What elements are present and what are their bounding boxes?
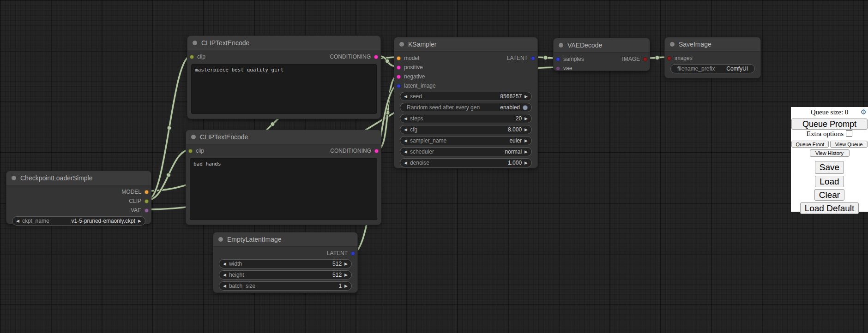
sampler-name-widget[interactable]: ◀sampler_nameeuler▶ xyxy=(400,136,532,145)
decrement-arrow-icon[interactable]: ◀ xyxy=(223,284,226,288)
height-widget[interactable]: ◀height512▶ xyxy=(219,270,352,279)
batch-size-widget[interactable]: ◀batch_size1▶ xyxy=(219,281,352,291)
vae-output-slot[interactable]: VAE xyxy=(131,207,149,214)
decrement-arrow-icon[interactable]: ◀ xyxy=(404,128,407,132)
clip-text-encode-positive-node[interactable]: CLIPTextEncodeclipCONDITIONINGmasterpiec… xyxy=(187,36,381,119)
latent-output-slot[interactable]: LATENT xyxy=(507,55,535,61)
node-title-bar[interactable]: SaveImage xyxy=(665,37,760,52)
model-output-dot[interactable] xyxy=(145,190,149,194)
decrement-arrow-icon[interactable]: ◀ xyxy=(404,161,407,165)
vae-output-dot[interactable] xyxy=(145,208,149,213)
view-history-button[interactable]: View History xyxy=(810,149,850,157)
settings-gear-icon[interactable]: ⚙ xyxy=(861,108,867,116)
clip-input-slot[interactable]: clip xyxy=(188,148,204,154)
random-seed-after-every-gen-widget[interactable]: Random seed after every genenabled xyxy=(400,103,532,112)
model-input-dot[interactable] xyxy=(397,56,401,60)
images-input-dot[interactable] xyxy=(667,56,671,60)
clip-text-encode-negative-node[interactable]: CLIPTextEncodeclipCONDITIONINGbad hands xyxy=(186,130,381,225)
scheduler-widget[interactable]: ◀schedulernormal▶ xyxy=(400,147,532,156)
increment-arrow-icon[interactable]: ▶ xyxy=(524,128,528,132)
prompt-textarea[interactable]: masterpiece best quality girl xyxy=(191,64,377,114)
positive-input-dot[interactable] xyxy=(397,65,401,70)
conditioning-output-slot[interactable]: CONDITIONING xyxy=(330,148,379,154)
extra-options-checkbox[interactable] xyxy=(846,130,852,137)
input-slot-label: positive xyxy=(404,64,423,71)
increment-arrow-icon[interactable]: ▶ xyxy=(524,150,528,154)
slot-row: samplesIMAGE xyxy=(554,54,650,64)
clip-output-slot[interactable]: CLIP xyxy=(129,198,149,204)
decrement-arrow-icon[interactable]: ◀ xyxy=(404,117,407,121)
load-button[interactable]: Load xyxy=(815,176,844,187)
increment-arrow-icon[interactable]: ▶ xyxy=(524,117,528,121)
negative-input-slot[interactable]: negative xyxy=(397,73,425,80)
image-output-slot[interactable]: IMAGE xyxy=(622,56,647,62)
increment-arrow-icon[interactable]: ▶ xyxy=(524,139,528,143)
clip-input-slot[interactable]: clip xyxy=(190,54,205,60)
images-input-slot[interactable]: images xyxy=(667,55,693,61)
vae-decode-node[interactable]: VAEDecodesamplesIMAGEvae xyxy=(553,38,650,71)
decrement-arrow-icon[interactable]: ◀ xyxy=(223,273,226,277)
latent-output-dot[interactable] xyxy=(531,56,535,60)
samples-input-slot[interactable]: samples xyxy=(556,56,584,62)
ckpt-name-widget[interactable]: ◀ckpt_namev1-5-pruned-emaonly.ckpt▶ xyxy=(12,216,145,226)
prompt-textarea[interactable]: bad hands xyxy=(190,158,377,220)
toggle-dot[interactable] xyxy=(523,105,528,110)
increment-arrow-icon[interactable]: ▶ xyxy=(344,273,348,277)
queue-prompt-button[interactable]: Queue Prompt xyxy=(791,119,868,130)
steps-widget[interactable]: ◀steps20▶ xyxy=(400,114,532,123)
latent-output-slot[interactable]: LATENT xyxy=(327,250,355,256)
node-title-bar[interactable]: KSampler xyxy=(394,37,537,52)
denoise-widget[interactable]: ◀denoise1.000▶ xyxy=(400,158,532,167)
increment-arrow-icon[interactable]: ▶ xyxy=(344,262,348,266)
width-widget[interactable]: ◀width512▶ xyxy=(219,259,352,268)
conditioning-output-dot[interactable] xyxy=(374,55,378,59)
seed-widget[interactable]: ◀seed8566257▶ xyxy=(400,92,532,101)
vae-input-dot[interactable] xyxy=(556,66,560,71)
clip-input-dot[interactable] xyxy=(188,149,193,153)
checkpoint-loader-node[interactable]: CheckpointLoaderSimpleMODELCLIPVAE◀ckpt_… xyxy=(6,171,151,224)
decrement-arrow-icon[interactable]: ◀ xyxy=(404,95,407,99)
filename-prefix-widget[interactable]: filename_prefixComfyUI xyxy=(670,64,755,73)
save-image-node[interactable]: SaveImageimagesfilename_prefixComfyUI xyxy=(664,37,761,78)
decrement-arrow-icon[interactable]: ◀ xyxy=(16,219,19,223)
increment-arrow-icon[interactable]: ▶ xyxy=(344,284,348,288)
node-title-label: EmptyLatentImage xyxy=(227,236,282,243)
increment-arrow-icon[interactable]: ▶ xyxy=(524,161,528,165)
slot-rows: samplesIMAGEvae xyxy=(554,53,650,73)
latent-image-input-slot[interactable]: latent_image xyxy=(397,83,436,89)
clip-input-dot[interactable] xyxy=(190,55,194,59)
node-title-bar[interactable]: CheckpointLoaderSimple xyxy=(6,171,151,185)
view-queue-button[interactable]: View Queue xyxy=(830,141,868,148)
node-title-bar[interactable]: CLIPTextEncode xyxy=(187,36,380,50)
decrement-arrow-icon[interactable]: ◀ xyxy=(223,262,226,266)
load-default-button[interactable]: Load Default xyxy=(800,202,859,214)
increment-arrow-icon[interactable]: ▶ xyxy=(524,95,528,99)
clear-button[interactable]: Clear xyxy=(814,189,844,201)
widget-label: filename_prefix xyxy=(677,65,715,72)
slot-row: MODEL xyxy=(6,187,151,196)
samples-input-dot[interactable] xyxy=(556,57,560,61)
queue-front-button[interactable]: Queue Front xyxy=(791,141,829,148)
increment-arrow-icon[interactable]: ▶ xyxy=(138,219,141,223)
image-output-dot[interactable] xyxy=(643,57,647,61)
node-title-bar[interactable]: CLIPTextEncode xyxy=(186,130,381,144)
node-title-bar[interactable]: EmptyLatentImage xyxy=(213,232,357,247)
ksampler-node[interactable]: KSamplermodelLATENTpositivenegativelaten… xyxy=(394,37,538,168)
decrement-arrow-icon[interactable]: ◀ xyxy=(404,139,407,143)
conditioning-output-dot[interactable] xyxy=(374,149,379,153)
clip-output-dot[interactable] xyxy=(145,199,149,203)
conditioning-output-slot[interactable]: CONDITIONING xyxy=(330,54,378,60)
latent-image-input-dot[interactable] xyxy=(397,84,401,88)
model-input-slot[interactable]: model xyxy=(397,55,419,61)
empty-latent-image-node[interactable]: EmptyLatentImageLATENT◀width512▶◀height5… xyxy=(213,232,358,293)
decrement-arrow-icon[interactable]: ◀ xyxy=(404,150,407,154)
output-slot-label: MODEL xyxy=(121,189,141,195)
save-button[interactable]: Save xyxy=(815,161,844,174)
latent-output-dot[interactable] xyxy=(351,251,355,256)
cfg-widget[interactable]: ◀cfg8.000▶ xyxy=(400,125,532,134)
model-output-slot[interactable]: MODEL xyxy=(121,189,149,195)
vae-input-slot[interactable]: vae xyxy=(556,65,572,71)
node-title-bar[interactable]: VAEDecode xyxy=(554,38,650,53)
positive-input-slot[interactable]: positive xyxy=(397,64,423,71)
negative-input-dot[interactable] xyxy=(397,75,401,79)
